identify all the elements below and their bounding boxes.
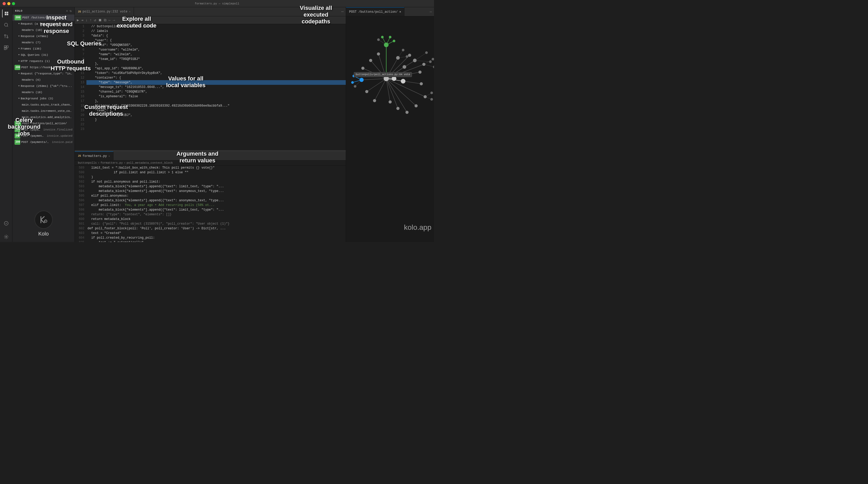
stop-icon[interactable]: ⏹ (98, 18, 102, 22)
sidebar-item-POST_/paym[interactable]: 200POST /payments/stripe/events/invoice.… (12, 139, 74, 145)
code-line[interactable]: "id": "U0GQNK50S", (87, 43, 346, 47)
sidebar-item-main.analy[interactable]: main.analytics.add_analytics_event (12, 114, 74, 120)
sidebar-item-POST_/butt[interactable]: 200POST /buttons/poll_action/ (12, 120, 74, 127)
code-line[interactable]: "trigger_id": "2103360302228.16839103392… (87, 103, 346, 108)
sidebar-close-icon[interactable]: ✕ (66, 9, 68, 13)
graph-tab-close[interactable]: ✕ (399, 10, 401, 14)
sidebar-item-POST_https[interactable]: 200POST https://hooks.slack.com/actions/… (12, 64, 74, 70)
split-icon[interactable]: ⧉ (104, 18, 106, 22)
nav-forward-icon[interactable]: → (113, 18, 115, 22)
code-line[interactable]: elif poll.anonymous: (87, 193, 346, 198)
restart-icon[interactable]: ↺ (94, 18, 96, 22)
code-line[interactable]: "container": { (87, 75, 346, 80)
sidebar-item-SQL_Querie[interactable]: ▾SQL Queries (31) (12, 52, 74, 58)
line-number: 592 (75, 180, 84, 184)
code-line[interactable]: "username": "wilhelm", (87, 47, 346, 52)
code-line[interactable]: if poll.limit and poll.limit > 1 else "" (87, 170, 346, 175)
code-line[interactable]: if poll.created_by_recurring_poll: (87, 235, 346, 240)
code-line[interactable]: metadata_block["elements"].append({"text… (87, 198, 346, 203)
code-line[interactable]: metadata_block["elements"].append({"text… (87, 207, 346, 212)
close-button[interactable] (3, 2, 6, 5)
code-line[interactable]: call: {"poll": "Poll object (3158976)", … (87, 222, 346, 226)
sidebar-item-label: POST /payments/stripe/events/ (21, 127, 41, 132)
code-editor-bottom[interactable]: 5895905915925935945955965975985996006016… (75, 165, 346, 242)
code-line[interactable]: "team_id": "T0GQP31BJ" (87, 57, 346, 62)
code-line[interactable]: "api_app_id": "A0U898NL8", (87, 66, 346, 71)
code-editor-top[interactable]: 1234567891011121314151617181920212223 //… (75, 24, 346, 150)
run-icon[interactable]: ▶ (77, 18, 79, 22)
search-icon[interactable] (2, 21, 10, 29)
code-line[interactable]: "channel_id": "C0GQNEU7R", (87, 90, 346, 94)
code-line[interactable]: ) (87, 175, 346, 180)
sidebar-item-Headers_(6[interactable]: Headers (6) (12, 77, 74, 83)
code-line[interactable]: if not poll.anonymous and poll.limit: (87, 180, 346, 184)
tab-close-poll-actions[interactable]: ✕ (129, 10, 130, 13)
line-number: 601 (75, 222, 84, 226)
extensions-icon[interactable] (2, 43, 10, 52)
sidebar-item-HTTP_reque[interactable]: ▾HTTP requests (1) (12, 58, 74, 64)
minimize-button[interactable] (7, 2, 10, 5)
code-line[interactable]: "is_ephemeral": false (87, 94, 346, 99)
code-line[interactable]: elif poll.limit: You, a year ago • Add r… (87, 203, 346, 207)
code-line[interactable]: }, (87, 62, 346, 66)
code-line[interactable]: limit_text = ":ballot_box_with_check: Th… (87, 165, 346, 170)
code-line[interactable]: // buttonpolls/poll_actions.py:232 (87, 24, 346, 29)
graph-tab-post[interactable]: POST /buttons/poll_action/ ✕ (346, 7, 404, 16)
code-line[interactable]: def poll_footer_block(poll: 'Poll', poll… (87, 226, 346, 231)
step-into-icon[interactable]: ↓ (85, 18, 88, 22)
editor-bottom: JS formatters.py ✕ buttonpolls › formatt… (75, 151, 346, 242)
sidebar-item-Request_{"[interactable]: ▾Request {"response_type": "in_cha... (12, 70, 74, 77)
tab-formatters[interactable]: JS formatters.py ✕ (75, 152, 114, 160)
sidebar-item-Headers_(7[interactable]: Headers (7) (12, 39, 74, 46)
sidebar-item-sublabel: invoice.finalized (43, 127, 72, 132)
code-line[interactable]: } (87, 118, 346, 122)
step-over-icon[interactable]: ⇥ (81, 18, 83, 22)
more-actions-icon[interactable]: ⋯ (341, 9, 344, 14)
graph-node-tip (393, 40, 395, 42)
sidebar-refresh-icon[interactable]: ↻ (70, 9, 72, 13)
sidebar-item-Frames_(13[interactable]: ▾Frames (136) (12, 46, 74, 52)
step-out-icon[interactable]: ↑ (90, 18, 92, 22)
sidebar-item-Request_(a[interactable]: ▾Request (a few seconds ago) (12, 21, 74, 27)
line-number: 11 (75, 71, 84, 75)
sidebar-item-POST_/paym[interactable]: 200POST /payments/stripe/events/invoice.… (12, 133, 74, 139)
code-line[interactable]: "token": "oLd5KafSdPV8pVrDky9ypBsK", (87, 71, 346, 75)
sidebar-item-main.tasks[interactable]: main.tasks.async_track_channel (12, 102, 74, 108)
graph-node (396, 56, 400, 60)
code-line[interactable]: "data": { (87, 33, 346, 38)
sidebar-item-Response_([interactable]: ▾Response (253ms) {"ok":"tru... (12, 83, 74, 89)
debug-icon[interactable] (2, 219, 10, 227)
tab-close-formatters[interactable]: ✕ (108, 155, 110, 158)
settings-icon[interactable] (2, 233, 10, 241)
code-line[interactable]: "user": { (87, 38, 346, 43)
code-line[interactable]: text = "Created" (87, 231, 346, 235)
nav-back-icon[interactable]: ← (108, 18, 111, 22)
code-line[interactable]: return metadata_block (87, 217, 346, 222)
code-line[interactable]: text += " automatically" (87, 240, 346, 242)
code-line[interactable]: return: {"type": "context", "elements": … (87, 212, 346, 217)
code-line[interactable]: "id": "T0GQP31BJ", (87, 113, 346, 118)
line-number: 10 (75, 66, 84, 71)
maximize-button[interactable] (12, 2, 15, 5)
sidebar-item-POST_/paym[interactable]: 200POST /payments/stripe/events/invoice.… (12, 127, 74, 133)
code-line[interactable]: // labels (87, 29, 346, 33)
sidebar-item-Headers_(1[interactable]: Headers (10) (12, 27, 74, 33)
code-line[interactable]: "team": { (87, 108, 346, 113)
code-line[interactable]: "name": "wilhelm", (87, 52, 346, 57)
code-line[interactable]: }, (87, 99, 346, 103)
svg-line-23 (362, 78, 386, 80)
sidebar-item-Background[interactable]: ▾Background jobs (3) (12, 95, 74, 102)
code-line[interactable]: metadata_block["elements"].append({"text… (87, 189, 346, 193)
graph-more-icon[interactable]: ⋯ (430, 9, 432, 14)
code-line[interactable]: "message_ts": "1621610533.0048...", (87, 85, 346, 90)
sidebar-item-req-1[interactable]: 200POST /buttons/poll_action/ (12, 14, 74, 21)
code-line[interactable]: "type": "message", (87, 80, 346, 85)
sidebar-item-Headers_(1[interactable]: Headers (18) (12, 89, 74, 95)
sidebar-item-Response_([interactable]: ▾Response (479ms) (12, 33, 74, 39)
git-icon[interactable] (2, 32, 10, 40)
tab-poll-actions[interactable]: JS poll_actions.py:232 vote ✕ (75, 7, 134, 16)
sidebar-item-main.tasks[interactable]: main.tasks.increment_vote_counter (12, 108, 74, 114)
explorer-icon[interactable] (2, 9, 10, 18)
code-line[interactable]: metadata_block["elements"].append({"text… (87, 184, 346, 189)
editor-split: ▶ ⇥ ↓ ↑ ↺ ⏹ ⧉ ← → 1234567891011121314151… (75, 17, 346, 242)
